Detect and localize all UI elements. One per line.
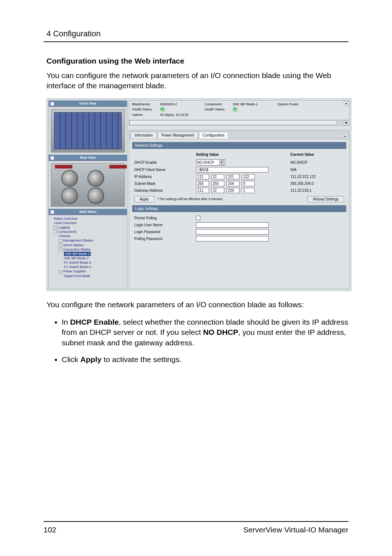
ip-octet-input[interactable] (196, 174, 209, 179)
page-number: 102 (44, 525, 56, 534)
gateway-octet-input[interactable] (226, 188, 240, 193)
network-settings-table: Setting Value Current Value DHCP Enable … (134, 152, 344, 194)
front-view-header[interactable]: − Front View (49, 101, 127, 107)
bladeserver-value: BX600S3-2 (160, 102, 204, 106)
menu-item[interactable]: +Management Blades (51, 238, 125, 243)
scroll-right-button[interactable]: ▶ (344, 120, 349, 125)
component-label: Component: (205, 102, 232, 106)
rear-view-title: Rear View (80, 156, 96, 159)
ip-octet-input[interactable] (226, 174, 240, 179)
fan-icon (87, 170, 104, 187)
menu-item[interactable]: GbE IBP Blade-2 (51, 256, 125, 260)
dhcp-client-name-input[interactable] (196, 167, 269, 173)
collapse-icon[interactable]: − (50, 210, 54, 214)
rear-module (55, 165, 72, 169)
mask-octet-input[interactable] (226, 181, 240, 186)
column-header: Current Value (290, 153, 338, 157)
expand-icon[interactable]: + (59, 239, 62, 243)
menu-label: Power Supplies (63, 269, 86, 273)
front-view-title: Front View (79, 102, 96, 105)
ip-octet-input[interactable] (211, 174, 224, 179)
menu-item[interactable]: FC Switch Blade-3 (51, 260, 125, 265)
system-power-label: System Power: (277, 102, 299, 106)
info-bar: ▲ BladeServer: BX600S3-2 Component: GbE … (129, 100, 350, 126)
mask-octet-input[interactable] (211, 181, 224, 186)
login-password-input[interactable] (196, 229, 269, 235)
apply-note: * The settings will be effective after 3… (157, 197, 222, 201)
left-panel: − Front View − Rear View − Main Menu (48, 100, 127, 289)
menu-label: Logging (58, 226, 70, 229)
apply-button[interactable]: Apply (134, 196, 154, 202)
polling-password-input[interactable] (196, 236, 269, 242)
intro-paragraph: You can configure the network parameters… (46, 70, 348, 91)
header-rule (44, 41, 348, 42)
expand-icon[interactable]: + (59, 244, 62, 247)
mask-octet-input[interactable] (242, 181, 255, 186)
login-username-input[interactable] (196, 222, 269, 228)
fan-icon (61, 187, 78, 204)
text-bold: DHCP Enable (70, 318, 119, 326)
collapse-icon[interactable]: − (50, 156, 54, 160)
field-label: Login User Name (134, 223, 196, 227)
rear-view-image (51, 163, 125, 207)
gateway-octet-input[interactable] (196, 188, 209, 193)
mask-octet-input[interactable] (196, 181, 209, 186)
tab-configuration[interactable]: Configuration (199, 132, 228, 139)
menu-label: Server Blades (63, 243, 84, 247)
post-image-paragraph: You configure the network parameters of … (46, 300, 348, 310)
reload-settings-button[interactable]: Reload Settings (307, 196, 344, 202)
scroll-up-button[interactable]: ▲ (343, 134, 348, 139)
current-value: N/A (290, 168, 338, 172)
menu-item[interactable]: Status Overview (51, 216, 125, 221)
page-footer: 102 ServerView Virtual-IO Manager (44, 518, 348, 534)
health-status-value (160, 107, 204, 111)
right-panel: ▲ BladeServer: BX600S3-2 Component: GbE … (129, 100, 350, 289)
period-polling-checkbox[interactable] (196, 216, 200, 220)
expand-icon[interactable]: + (54, 226, 57, 229)
menu-item[interactable]: Digital KVM Blade (51, 274, 125, 278)
collapse-icon[interactable]: − (54, 230, 57, 234)
scroll-up-button[interactable]: ▲ (344, 101, 349, 106)
menu-item[interactable]: Chassis (51, 234, 125, 238)
menu-item[interactable]: FC Switch Blade-4 (51, 265, 125, 269)
text-bold: NO DHCP (203, 328, 238, 336)
menu-item[interactable]: −Components (51, 230, 125, 234)
main-menu-header[interactable]: − Main Menu (49, 209, 127, 215)
component-health-label: Health Status: (205, 107, 232, 111)
health-status-label: Health Status: (132, 107, 159, 111)
collapse-icon[interactable]: − (59, 248, 62, 251)
text: In (62, 318, 70, 326)
menu-item[interactable]: +Logging (51, 225, 125, 230)
field-label: Subnet Mask (134, 182, 196, 186)
menu-label: GbE IBP Blade-1 (64, 252, 91, 256)
tab-power-management[interactable]: Power Management (158, 132, 198, 139)
menu-item[interactable]: −Connection Blades (51, 247, 125, 252)
footer-title: ServerView Virtual-IO Manager (243, 525, 348, 534)
web-interface-screenshot: − Front View − Rear View − Main Menu (46, 98, 351, 291)
chevron-down-icon: ▼ (219, 160, 224, 165)
expand-icon[interactable]: + (59, 270, 62, 273)
dhcp-enable-select[interactable]: NO-DHCP ▼ (196, 159, 225, 166)
horizontal-scrollbar[interactable]: ◀ ▶ (130, 120, 349, 125)
content-area: Information Power Management Configurati… (129, 130, 350, 289)
current-value: NO-DHCP (290, 161, 338, 165)
gateway-octet-input[interactable] (211, 188, 224, 193)
collapse-icon[interactable]: − (50, 102, 54, 106)
current-value: 255.255.254.0 (290, 182, 338, 186)
menu-item[interactable]: +Power Supplies (51, 269, 125, 273)
fan-icon (87, 187, 104, 204)
tab-information[interactable]: Information (131, 132, 157, 139)
field-label: DHCP Client Name (134, 168, 196, 172)
menu-item-selected[interactable]: GbE IBP Blade-1 (51, 252, 125, 256)
text: Click (62, 355, 80, 364)
scrollbar-thumb[interactable] (130, 120, 336, 125)
rear-view-header[interactable]: − Rear View (49, 155, 127, 161)
menu-label: Connection Blades (63, 248, 91, 251)
menu-item[interactable]: +Server Blades (51, 243, 125, 247)
list-item: Click Apply to activate the settings. (62, 354, 348, 365)
menu-item[interactable]: Asset Overview (51, 221, 125, 225)
front-view-image (51, 109, 125, 153)
gateway-octet-input[interactable] (242, 188, 255, 193)
uptime-value: 63 day(s), 10:16:35 (160, 113, 189, 117)
ip-octet-input[interactable] (242, 174, 255, 179)
